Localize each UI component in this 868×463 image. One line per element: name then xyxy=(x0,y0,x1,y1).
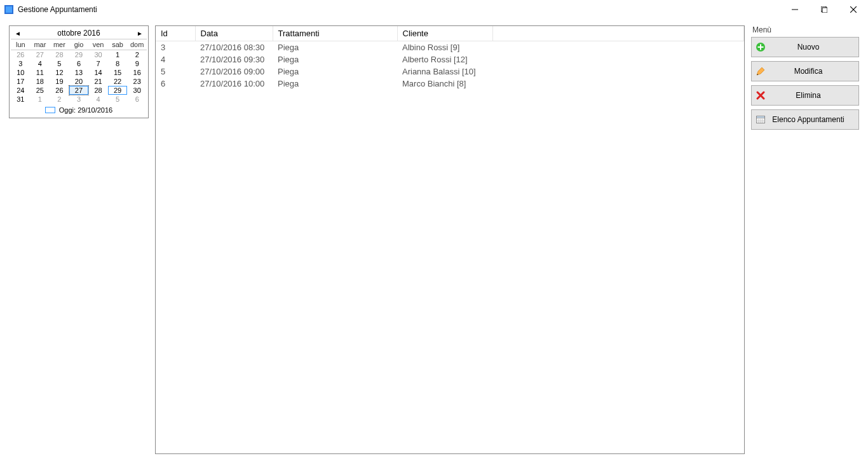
calendar-day[interactable]: 7 xyxy=(88,59,108,68)
calendar-dow: ven xyxy=(88,39,108,50)
table-row[interactable]: 627/10/2016 10:00PiegaMarco Bianchi [8] xyxy=(156,78,744,90)
calendar-month-label[interactable]: ottobre 2016 xyxy=(57,29,100,38)
calendar-day[interactable]: 5 xyxy=(50,59,69,68)
calendar-day[interactable]: 9 xyxy=(127,59,147,68)
calendar-day[interactable]: 18 xyxy=(31,77,50,86)
cell-id: 6 xyxy=(156,78,195,90)
elenco-appuntamenti-button[interactable]: Elenco Appuntamenti xyxy=(751,109,859,130)
calendar-day[interactable]: 12 xyxy=(50,68,69,77)
cell-cliente: Arianna Balassi [10] xyxy=(397,66,492,78)
cell-data: 27/10/2016 09:30 xyxy=(195,53,273,66)
maximize-button[interactable] xyxy=(810,0,839,19)
calendar-day[interactable]: 28 xyxy=(50,50,69,59)
calendar-day[interactable]: 24 xyxy=(11,86,31,95)
calendar-day[interactable]: 4 xyxy=(31,59,50,68)
window-controls xyxy=(780,0,868,19)
calendar-day[interactable]: 26 xyxy=(11,50,31,59)
calendar-day[interactable]: 17 xyxy=(11,77,31,86)
calendar-day[interactable]: 4 xyxy=(88,95,108,104)
calendar-day[interactable]: 26 xyxy=(50,86,69,95)
calendar-day[interactable]: 22 xyxy=(108,77,128,86)
calendar-day[interactable]: 29 xyxy=(108,86,128,95)
calendar-day[interactable]: 2 xyxy=(127,50,147,59)
window-title: Gestione Appuntamenti xyxy=(18,5,97,14)
column-header-empty xyxy=(492,26,744,41)
column-header-id[interactable]: Id xyxy=(156,26,195,41)
cell-id: 4 xyxy=(156,53,195,66)
column-header-cliente[interactable]: Cliente xyxy=(397,26,492,41)
calendar-day[interactable]: 27 xyxy=(31,50,50,59)
svg-rect-1 xyxy=(6,6,12,13)
table-row[interactable]: 427/10/2016 09:30PiegaAlberto Rossi [12] xyxy=(156,53,744,66)
calendar-day[interactable]: 27 xyxy=(69,86,89,95)
calendar-day[interactable]: 30 xyxy=(127,86,147,95)
close-button[interactable] xyxy=(839,0,868,19)
cell-id: 5 xyxy=(156,66,195,78)
calendar-day[interactable]: 1 xyxy=(31,95,50,104)
column-header-trattamenti[interactable]: Trattamenti xyxy=(273,26,397,41)
elenco-label: Elenco Appuntamenti xyxy=(770,115,858,124)
modifica-button[interactable]: Modifica xyxy=(751,61,859,81)
table-row[interactable]: 327/10/2016 08:30PiegaAlbino Rossi [9] xyxy=(156,41,744,54)
calendar-today-link[interactable]: Oggi: 29/10/2016 xyxy=(11,104,147,114)
calendar-grid: lunmarmergiovensabdom2627282930123456789… xyxy=(11,39,147,104)
cell-tratt: Piega xyxy=(273,41,397,54)
menu-title: Menù xyxy=(751,25,859,34)
calendar-day[interactable]: 15 xyxy=(108,68,128,77)
cell-data: 27/10/2016 10:00 xyxy=(195,78,273,90)
calendar-day[interactable]: 21 xyxy=(88,77,108,86)
elimina-button[interactable]: Elimina xyxy=(751,85,859,106)
calendar-day[interactable]: 16 xyxy=(127,68,147,77)
calendar-day[interactable]: 30 xyxy=(88,50,108,59)
calendar-day[interactable]: 31 xyxy=(11,95,31,104)
cell-empty xyxy=(492,66,744,78)
calendar-next-button[interactable]: ► xyxy=(135,30,144,37)
calendar-dow: mar xyxy=(31,39,50,50)
nuovo-label: Nuovo xyxy=(770,43,858,52)
cell-id: 3 xyxy=(156,41,195,54)
calendar-day[interactable]: 1 xyxy=(108,50,128,59)
calendar-day[interactable]: 8 xyxy=(108,59,128,68)
svg-rect-15 xyxy=(757,116,765,118)
calendar-day[interactable]: 3 xyxy=(11,59,31,68)
calendar-day[interactable]: 25 xyxy=(31,86,50,95)
table-row[interactable]: 527/10/2016 09:00PiegaArianna Balassi [1… xyxy=(156,66,744,78)
calendar-day[interactable]: 6 xyxy=(127,95,147,104)
svg-rect-4 xyxy=(822,8,827,13)
calendar-day[interactable]: 2 xyxy=(50,95,69,104)
calendar-day[interactable]: 28 xyxy=(88,86,108,95)
calendar-day[interactable]: 10 xyxy=(11,68,31,77)
nuovo-button[interactable]: Nuovo xyxy=(751,37,859,57)
appointments-table[interactable]: Id Data Trattamenti Cliente 327/10/2016 … xyxy=(156,26,744,90)
calendar-dow: sab xyxy=(108,39,128,50)
calendar-day[interactable]: 23 xyxy=(127,77,147,86)
column-header-data[interactable]: Data xyxy=(195,26,273,41)
calendar-day[interactable]: 20 xyxy=(69,77,89,86)
calendar-dow: gio xyxy=(69,39,89,50)
calendar-day[interactable]: 13 xyxy=(69,68,89,77)
calendar-day[interactable]: 5 xyxy=(108,95,128,104)
calendar-day[interactable]: 14 xyxy=(88,68,108,77)
calendar-dow: dom xyxy=(127,39,147,50)
calendar-day[interactable]: 11 xyxy=(31,68,50,77)
elimina-label: Elimina xyxy=(770,91,858,100)
delete-icon xyxy=(752,90,770,100)
calendar-day[interactable]: 29 xyxy=(69,50,89,59)
calendar-day[interactable]: 6 xyxy=(69,59,89,68)
cell-cliente: Marco Bianchi [8] xyxy=(397,78,492,90)
cell-data: 27/10/2016 09:00 xyxy=(195,66,273,78)
cell-empty xyxy=(492,53,744,66)
calendar-prev-button[interactable]: ◄ xyxy=(13,30,22,37)
cell-tratt: Piega xyxy=(273,66,397,78)
minimize-button[interactable] xyxy=(780,0,810,19)
calendar-day[interactable]: 19 xyxy=(50,77,69,86)
calendar-today-box-icon xyxy=(45,107,55,113)
cell-data: 27/10/2016 08:30 xyxy=(195,41,273,54)
plus-icon xyxy=(752,42,770,52)
calendar-day[interactable]: 3 xyxy=(69,95,89,104)
calendar-today-label: Oggi: 29/10/2016 xyxy=(59,106,112,114)
app-icon xyxy=(4,4,14,15)
cell-empty xyxy=(492,41,744,54)
calendar-list-icon xyxy=(752,114,770,125)
pencil-icon xyxy=(752,66,770,76)
